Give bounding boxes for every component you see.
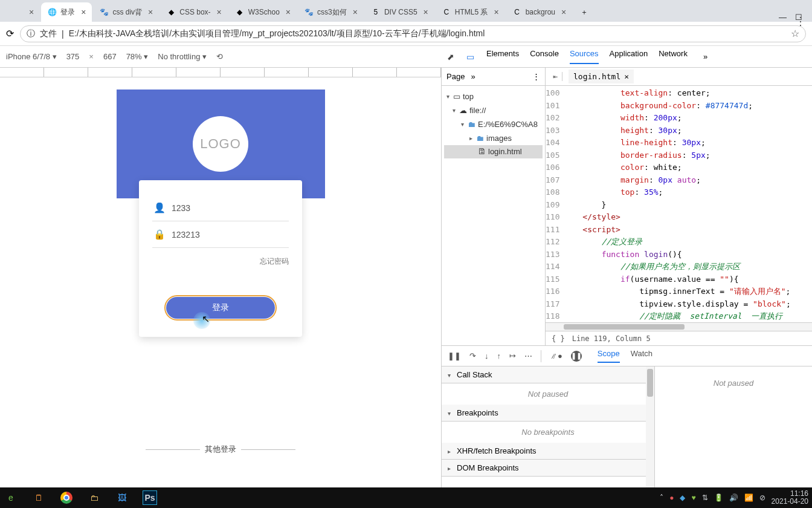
site-info-icon[interactable]: ⓘ <box>27 28 35 39</box>
tray-block-icon[interactable]: ⊘ <box>759 493 765 502</box>
mobile-preview: LOGO 👤 1233 🔒 123213 忘记密码 登录 其他登录 <box>117 90 325 461</box>
tree-scheme[interactable]: ☁ file:// <box>444 103 543 117</box>
browser-tab[interactable]: CHTML5 系× <box>436 2 505 22</box>
step-into-icon[interactable]: ↓ <box>485 351 489 360</box>
close-icon[interactable]: × <box>217 7 222 17</box>
taskbar-app-photos[interactable]: 🖼 <box>115 490 129 505</box>
tray-icon[interactable]: ⇅ <box>702 493 708 502</box>
forgot-password-link[interactable]: 忘记密码 <box>152 256 289 267</box>
taskbar-app-editor[interactable]: 🗒 <box>31 490 46 505</box>
close-icon[interactable]: × <box>29 7 34 17</box>
user-icon: 👤 <box>153 202 163 213</box>
taskbar-app-chrome[interactable] <box>59 490 74 505</box>
browser-tab[interactable]: 5DIV CSS5× <box>365 2 434 22</box>
username-value: 1233 <box>172 203 190 213</box>
browser-tab[interactable]: ◆W3Schoo× <box>229 2 297 22</box>
device-menu-icon[interactable]: ⋮ <box>795 15 806 28</box>
panel-tab-console[interactable]: Console <box>530 49 559 64</box>
taskbar-clock[interactable]: 11:162021-04-20 <box>772 490 808 506</box>
windows-taskbar: e 🗒 🗀 🖼 Ps ˄ ● ◆ ♥ ⇅ 🔋 🔊 📶 ⊘ 11:162021-0… <box>0 487 812 508</box>
tray-up-icon[interactable]: ˄ <box>660 493 663 502</box>
async-icon[interactable]: ❚❚ <box>571 351 582 362</box>
new-tab-button[interactable]: ＋ <box>573 2 595 22</box>
zoom-select[interactable]: 78% ▾ <box>126 52 149 61</box>
browser-tab[interactable]: 🐾css3如何× <box>298 2 364 22</box>
tree-folder[interactable]: 🖿 E:/%E6%9C%A8 <box>444 117 543 131</box>
left-debug-panel: Call Stack Not paused Breakpoints No bre… <box>442 366 655 502</box>
deactivate-bp-icon[interactable]: ⋯ <box>524 351 532 360</box>
call-stack-header[interactable]: Call Stack <box>442 366 654 383</box>
tray-volume-icon[interactable]: 🔊 <box>729 493 738 502</box>
reload-button[interactable]: ⟳ <box>6 28 14 39</box>
step-icon[interactable]: ↦ <box>509 351 516 360</box>
close-icon[interactable]: × <box>624 72 629 81</box>
taskbar-app-ie[interactable]: e <box>4 490 18 505</box>
inspect-icon[interactable]: ⬈ <box>447 52 454 62</box>
username-field[interactable]: 👤 1233 <box>152 195 289 221</box>
pause-icon[interactable]: ❚❚ <box>448 351 461 360</box>
nav-menu-icon[interactable]: ⋮ <box>532 72 540 81</box>
device-mode-icon[interactable]: ▭ <box>466 52 474 62</box>
nav-tab-page[interactable]: Page <box>446 72 465 81</box>
close-icon[interactable]: × <box>561 7 566 17</box>
more-panels-icon[interactable]: » <box>703 52 707 61</box>
system-tray: ˄ ● ◆ ♥ ⇅ 🔋 🔊 📶 ⊘ 11:162021-04-20 <box>660 490 808 506</box>
close-icon[interactable]: × <box>81 7 86 17</box>
taskbar-app-explorer[interactable]: 🗀 <box>87 490 102 505</box>
browser-tab[interactable]: 🐾css div背× <box>93 2 159 22</box>
panel-tab-application[interactable]: Application <box>610 49 648 64</box>
nav-more-icon[interactable]: » <box>471 72 475 81</box>
step-out-icon[interactable]: ↑ <box>497 351 501 360</box>
tree-file-login[interactable]: 🖺 login.html <box>444 145 543 158</box>
pause-exceptions-icon[interactable]: ⫽● <box>550 351 562 360</box>
file-tree: ▭ top ☁ file:// 🖿 E:/%E6%9C%A8 🖿 images … <box>442 86 545 162</box>
tree-top[interactable]: ▭ top <box>444 90 543 103</box>
tray-icon[interactable]: ● <box>669 493 674 502</box>
bookmark-star-icon[interactable]: ☆ <box>791 28 799 39</box>
toggle-navigator-icon[interactable]: ⇤ <box>549 72 562 81</box>
url-input[interactable]: ⓘ 文件 | E:/木由科技-JAVA全栈培训/木由实训项目管理/my_pt_p… <box>20 25 806 42</box>
login-button[interactable]: 登录 <box>166 297 275 319</box>
sources-navigator: Page » ⋮ ▭ top ☁ file:// 🖿 E:/%E6%9C%A8 … <box>442 68 546 345</box>
browser-tabstrip: ×🌐登录×🐾css div背×◆CSS box-×◆W3Schoo×🐾css3如… <box>0 0 812 22</box>
close-icon[interactable]: × <box>148 7 153 17</box>
tray-wifi-icon[interactable]: 📶 <box>744 493 753 502</box>
close-icon[interactable]: × <box>494 7 498 17</box>
editor-tab-login[interactable]: login.html× <box>569 70 634 83</box>
breakpoints-header[interactable]: Breakpoints <box>442 405 654 422</box>
browser-tab[interactable]: ◆CSS box-× <box>160 2 228 22</box>
pretty-print-icon[interactable]: { } <box>552 334 565 343</box>
dbg-tab-scope[interactable]: Scope <box>598 349 620 363</box>
height-input[interactable]: 667 <box>103 52 117 61</box>
panel-tab-network[interactable]: Network <box>659 49 688 64</box>
browser-tab[interactable]: Cbackgrou× <box>506 2 573 22</box>
width-input[interactable]: 375 <box>66 52 80 61</box>
cursor-icon: ↖ <box>202 313 210 325</box>
browser-tab[interactable]: 🌐登录× <box>41 2 92 22</box>
throttle-select[interactable]: No throttling ▾ <box>158 52 207 61</box>
xhr-bp-header[interactable]: XHR/fetch Breakpoints <box>442 443 654 460</box>
rotate-icon[interactable]: ⟲ <box>216 52 223 61</box>
minimize-button[interactable]: — <box>779 13 787 22</box>
login-card: 👤 1233 🔒 123213 忘记密码 登录 <box>139 180 302 337</box>
cursor-position: Line 119, Column 5 <box>572 334 651 343</box>
device-select[interactable]: iPhone 6/7/8 ▾ <box>6 52 57 61</box>
password-field[interactable]: 🔒 123213 <box>152 221 289 248</box>
close-icon[interactable]: × <box>353 7 358 17</box>
dbg-tab-watch[interactable]: Watch <box>631 349 652 363</box>
panel-tab-elements[interactable]: Elements <box>486 49 519 64</box>
tray-battery-icon[interactable]: 🔋 <box>714 493 723 502</box>
step-over-icon[interactable]: ↷ <box>469 351 476 360</box>
close-icon[interactable]: × <box>286 7 291 17</box>
editor-h-scrollbar[interactable] <box>546 322 812 331</box>
tree-images[interactable]: 🖿 images <box>444 131 543 145</box>
dom-bp-header[interactable]: DOM Breakpoints <box>442 460 654 477</box>
tray-icon[interactable]: ♥ <box>691 493 695 502</box>
close-icon[interactable]: × <box>424 7 428 17</box>
taskbar-app-photoshop[interactable]: Ps <box>143 490 157 505</box>
tray-icon[interactable]: ◆ <box>680 493 685 502</box>
panel-tab-sources[interactable]: Sources <box>570 49 599 64</box>
panel-v-scrollbar[interactable] <box>646 366 654 502</box>
code-area[interactable]: 100 text-align: center;101 background-co… <box>546 86 812 322</box>
browser-tab[interactable]: × <box>4 2 40 22</box>
